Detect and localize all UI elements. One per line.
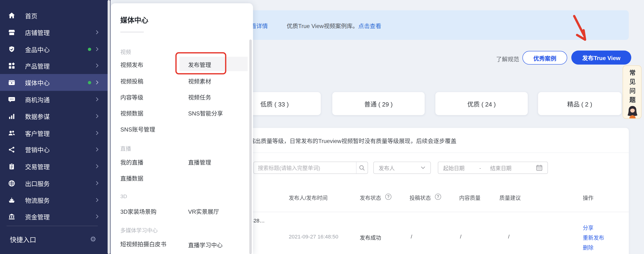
sidebar-item-label: 交易管理 [25,162,50,171]
republish-action-link[interactable]: 重新发布 [583,233,604,241]
section-label-multimedia-learning: 多媒体学习中心 [120,226,158,234]
menu-item-my-live[interactable]: 我的直播 [120,158,143,166]
menu-item-sns-smart-share[interactable]: SNS智能分享 [188,109,223,117]
sidebar-item-media-center[interactable]: 媒体中心 [0,74,110,91]
chevron-right-icon [96,112,98,120]
chevron-right-icon [96,29,98,36]
sidebar-scrollbar[interactable] [108,0,110,254]
globe-icon [8,180,15,187]
menu-item-short-video-whitepaper[interactable]: 短视频拍摄白皮书 [120,240,169,248]
menu-item-live-learning-center[interactable]: 直播学习中心 [188,240,223,249]
search-icon [359,165,365,171]
sidebar-item-label: 店铺管理 [25,28,50,37]
annotation-arrow-icon [572,15,590,44]
section-label-3d: 3D [120,193,127,199]
media-player-icon [8,79,15,86]
chevron-down-icon [420,166,426,169]
menu-item-3d-home-scene[interactable]: 3D家装场景购 [120,207,156,215]
divider [230,212,629,212]
flyout-scrollbar[interactable] [249,40,252,254]
chevron-right-icon [96,62,98,69]
section-label-video: 视频 [120,48,131,55]
col-header-submit-status: 投稿状态 [410,194,431,201]
sidebar-item-label: 商机沟通 [25,95,50,104]
learn-spec-link[interactable]: 了解规范 [496,55,519,63]
sidebar-item-label: 资金管理 [25,212,50,221]
sidebar-item-shop-management[interactable]: 店铺管理 [0,24,110,41]
sidebar-item-home[interactable]: 首页 [0,7,110,24]
col-header-publish-status: 发布状态 [360,194,381,201]
menu-item-content-grade[interactable]: 内容等级 [120,93,143,101]
end-date-placeholder: 结束日期 [490,164,512,171]
sidebar-item-fund-management[interactable]: 资金管理 [0,208,110,225]
notification-dot [88,81,91,84]
sidebar-item-business-communication[interactable]: 商机沟通 [0,91,110,108]
help-icon[interactable]: ? [435,194,441,200]
menu-item-sns-account[interactable]: SNS账号管理 [120,125,155,133]
row-content-quality: / [460,233,461,240]
users-icon [8,130,15,137]
delete-action-link[interactable]: 删除 [583,243,594,251]
menu-item-video-task[interactable]: 视频任务 [188,93,211,101]
col-header-quality-suggestion: 质量建议 [500,194,521,201]
quality-tab-premium[interactable]: 精品 ( 2 ) [538,92,622,115]
quick-entry-row[interactable]: 快捷入口 ⚙ [0,232,110,247]
quality-tab-label: 精品 ( 2 ) [567,99,592,108]
chevron-right-icon [96,46,98,53]
sidebar-item-label: 出口服务 [25,179,50,187]
excellent-cases-button[interactable]: 优秀案例 [522,51,567,65]
faq-label: 常见问题 [629,70,635,106]
sidebar-item-gold-center[interactable]: 金品中心 [0,41,110,58]
gear-icon[interactable]: ⚙ [90,235,96,244]
sidebar-item-logistics-service[interactable]: 物流服务 [0,191,110,208]
app-window: 看详情 优质True View视频案例库。点击查看 了解规范 优秀案例 发布Tr… [0,0,644,254]
menu-item-video-material[interactable]: 视频素材 [188,77,211,85]
help-icon[interactable]: ? [385,194,392,200]
calendar-icon [536,164,542,171]
quality-tab-good[interactable]: 优质 ( 24 ) [436,92,528,115]
row-submit-status: / [411,233,412,240]
share-action-link[interactable]: 分享 [583,224,594,231]
publisher-select[interactable]: 发布人 [373,162,431,174]
divider [230,152,629,153]
sidebar-item-export-service[interactable]: 出口服务 [0,175,110,192]
sidebar-item-marketing-center[interactable]: 营销中心 [0,141,110,158]
date-separator: - [479,165,481,171]
notification-banner: 看详情 优质True View视频案例库。点击查看 [230,10,629,40]
menu-item-video-submit[interactable]: 视频投稿 [120,77,143,85]
chevron-right-icon [96,79,98,86]
publisher-select-value: 发布人 [379,164,420,171]
divider [6,226,98,226]
search-input[interactable] [254,162,356,173]
chevron-right-icon [96,146,98,153]
menu-item-vr-showroom[interactable]: VR实景展厅 [188,207,219,215]
banner-action-link[interactable]: 点击查看 [358,23,381,29]
faq-float-widget[interactable]: 常见问题 [622,65,642,119]
storefront-icon [8,29,15,36]
flyout-title: 媒体中心 [120,14,148,25]
row-publish-time: 2021-09-27 16:48:50 [289,233,338,240]
sidebar-item-trade-management[interactable]: 交易管理 [0,158,110,175]
date-range-picker[interactable]: 起始日期 - 结束日期 [438,162,548,174]
share-network-icon [8,146,15,153]
quality-tab-normal[interactable]: 普通 ( 29 ) [332,92,425,115]
sidebar-item-product-management[interactable]: 产品管理 [0,57,110,74]
menu-item-video-publish[interactable]: 视频发布 [120,61,143,69]
media-center-flyout: 媒体中心 视频 视频发布 发布管理 视频投稿 视频素材 内容等级 视频任务 视频… [111,3,253,254]
col-header-publisher-time: 发布人/发布时间 [289,194,328,201]
sidebar-item-label: 营销中心 [25,145,50,154]
content-panel: 露出质量等级，日常发布的Trueview视频暂时没有质量等级展现，后续会逐步覆盖… [230,128,629,254]
menu-item-video-data[interactable]: 视频数据 [120,109,143,117]
sidebar-item-customer-management[interactable]: 客户管理 [0,125,110,142]
menu-item-live-data[interactable]: 直播数据 [120,174,143,182]
menu-item-live-management[interactable]: 直播管理 [188,158,211,166]
sidebar-item-data-advisor[interactable]: 数据参谋 [0,108,110,125]
search-input-group [254,162,368,174]
publish-trueview-button[interactable]: 发布True View [571,51,631,65]
clipboard-icon [8,163,15,170]
chevron-right-icon [96,96,98,103]
search-button[interactable] [356,162,368,173]
menu-item-publish-management[interactable]: 发布管理 [188,61,211,69]
grid-icon [8,62,15,69]
banner-partial-link[interactable]: 看详情 [250,22,268,30]
